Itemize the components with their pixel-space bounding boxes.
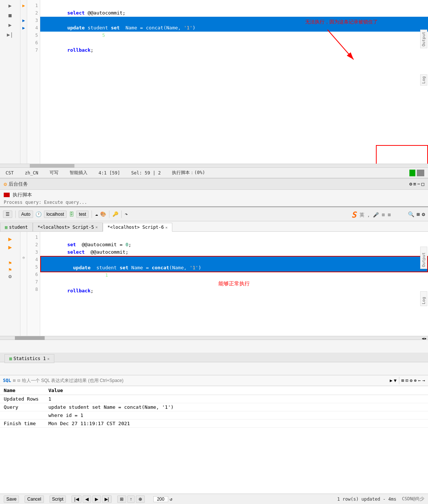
sql-sep xyxy=(399,377,399,384)
logo-toolbar: S 英 , 🎤 ⊞ ⊠ xyxy=(351,210,391,219)
top-editor-hscroll[interactable] xyxy=(0,164,428,167)
run-icon[interactable]: ▶ xyxy=(6,2,14,9)
tab-student-label: student xyxy=(9,225,28,230)
script6-hscroll[interactable]: ◀ ▶ xyxy=(0,336,428,340)
toolbar-file-btn[interactable]: ☰ xyxy=(3,211,12,218)
row4-value: Mon Dec 27 11:19:17 CST 2021 xyxy=(45,420,428,428)
localhost-btn[interactable]: localhost xyxy=(44,211,67,218)
minimize-icon[interactable]: − xyxy=(417,181,420,187)
menu-icon[interactable]: ≡ xyxy=(413,181,416,187)
bottom-status-bar: Save Cancel Script |◀ ◀ ▶ ▶| ⊞ ↑ ⊕ ↺ 200… xyxy=(0,494,428,504)
grid-icon[interactable]: ⊞ xyxy=(416,211,419,217)
cancel-btn[interactable]: Cancel xyxy=(25,495,44,503)
annotation-arrow xyxy=(298,22,372,67)
stats-tab-row: ▦ Statistics 1 ✕ xyxy=(0,353,428,362)
run-current-icon[interactable]: ▶ xyxy=(6,21,14,29)
table-row: Updated Rows 1 xyxy=(0,395,428,403)
sql-icon-1[interactable]: ⊞ xyxy=(402,378,404,383)
sql-icon-2[interactable]: ⊡ xyxy=(406,378,408,383)
script6-sidebar: ▶ ▶ ⚑ ⚑ ⚙ xyxy=(0,232,20,336)
sql-dropdown-btn[interactable]: ▼ xyxy=(394,378,396,383)
toolbar-icon-eng: 英 xyxy=(360,212,364,218)
status-smart-insert: 智能插入 xyxy=(68,170,89,176)
tab-script5[interactable]: *<localhost> Script-5 ✕ xyxy=(33,222,103,231)
execute-script-row: 执行脚本 xyxy=(4,192,424,198)
code-editor-top[interactable]: select @@autocommit; update student set … xyxy=(40,0,428,164)
save-btn[interactable]: Save xyxy=(4,495,19,503)
run-arrow-1[interactable]: ▶ xyxy=(8,235,12,243)
script-btn[interactable]: Script xyxy=(49,495,66,503)
cloud-icon: ☁ xyxy=(95,211,98,217)
nav-next[interactable]: ▶ xyxy=(92,495,101,503)
panel-header: ⚙ 后台任务 ⚙ ≡ − □ xyxy=(0,179,428,190)
run-arrow-2[interactable]: ▶ xyxy=(8,244,12,251)
maximize-icon[interactable]: □ xyxy=(421,181,424,187)
statistics-tab[interactable]: ▦ Statistics 1 ✕ xyxy=(4,354,54,363)
sql-filter-icon[interactable]: ⊟ xyxy=(17,378,20,383)
col-name-header: Name xyxy=(0,386,45,395)
zoom-input[interactable] xyxy=(153,496,168,502)
auto-btn[interactable]: Auto xyxy=(19,211,33,218)
process-query-text: Process query: Execute query... xyxy=(4,200,424,205)
search-icon[interactable]: 🔍 xyxy=(408,211,414,217)
tab-script6[interactable]: *<localhost> Script-6 ✕ xyxy=(103,223,173,232)
sql-icon-4[interactable]: ⊕ xyxy=(414,378,416,383)
left-sidebar: ▶ ■ ▶ ▶| xyxy=(0,0,20,164)
script6-editor[interactable]: ▶ ▶ ⚑ ⚑ ⚙ ⊖ 1 2 3 4 5 6 7 8 set @@ xyxy=(0,232,428,336)
tab-script5-close[interactable]: ✕ xyxy=(96,225,98,229)
stop-icon[interactable]: ■ xyxy=(6,12,14,19)
status-bar-top: CST zh_CN 可写 智能插入 4:1 [59] Sel: 59 | 2 执… xyxy=(0,167,428,178)
extra-btn2[interactable]: ↑ xyxy=(127,495,135,503)
editor-tabs: ▦ student *<localhost> Script-5 ✕ *<loca… xyxy=(0,221,428,232)
collapse-indicator: ⊖ xyxy=(22,254,25,261)
settings-icon-editor[interactable]: ⚙ xyxy=(9,273,12,279)
tab-script6-close[interactable]: ✕ xyxy=(165,225,167,229)
bookmark-icon-2[interactable]: ⚑ xyxy=(9,267,12,273)
zoom-refresh-icon[interactable]: ↺ xyxy=(170,497,172,502)
rows-updated-text: 1 row(s) updated - 4ms xyxy=(337,497,396,502)
status-selection: Sel: 59 | 2 xyxy=(130,170,163,176)
nav-buttons: |◀ ◀ ▶ ▶| xyxy=(71,495,111,503)
annotation-area: 无法执行，因为这条记录被锁住了 xyxy=(305,19,398,25)
sql-run-btn[interactable]: ▶ xyxy=(390,378,392,383)
nav-last[interactable]: ▶| xyxy=(102,495,112,503)
sql-expand-icon[interactable]: ⊞ xyxy=(13,378,16,383)
extra-btn1[interactable]: ⊞ xyxy=(117,495,126,503)
sql-icon-3[interactable]: ⚙ xyxy=(410,378,412,383)
sql-icon-6[interactable]: → xyxy=(422,378,425,383)
stats-content: ▦ Statistics 1 ✕ xyxy=(0,353,428,362)
toolbar-icon-comma: , xyxy=(367,212,370,218)
sep1 xyxy=(15,211,16,218)
status-cst: CST xyxy=(4,170,16,176)
panel-title: 后台任务 xyxy=(9,181,28,187)
step-icon[interactable]: ▶| xyxy=(6,31,14,38)
script6-code[interactable]: set @@autocommit = 0; select @@autocommi… xyxy=(40,232,428,336)
key-icon: 🔑 xyxy=(112,211,118,217)
nav-first[interactable]: |◀ xyxy=(71,495,81,503)
test-btn[interactable]: test xyxy=(76,211,89,218)
tab-student[interactable]: ▦ student xyxy=(0,222,33,231)
table-row: where id = 1 xyxy=(0,411,428,420)
results-table: Name Value Updated Rows 1 Query update s… xyxy=(0,386,428,428)
stats-tab-close[interactable]: ✕ xyxy=(47,357,49,361)
status-green-indicator xyxy=(409,170,415,176)
settings-icon-right[interactable]: ⚙ xyxy=(422,211,425,217)
nav-prev[interactable]: ◀ xyxy=(83,495,91,503)
tab-student-icon: ▦ xyxy=(5,225,7,230)
row3-name xyxy=(0,411,45,420)
settings-icon[interactable]: ⚙ xyxy=(409,181,412,187)
clock-icon: 🕐 xyxy=(35,211,42,217)
sql-filter-input[interactable] xyxy=(22,378,388,383)
bookmark-icon[interactable]: ⚑ xyxy=(9,260,12,266)
extra-btn3[interactable]: ⊕ xyxy=(136,495,145,503)
output-label-bottom: Output xyxy=(420,247,427,269)
code-gutter: ▶ ▶ ▶ xyxy=(20,0,27,164)
code-line-1: select @@autocommit; xyxy=(44,2,424,9)
extra-nav: ⊞ ↑ ⊕ xyxy=(117,495,145,503)
panel-content: 执行脚本 Process query: Execute query... xyxy=(0,190,428,207)
sql-icon-5[interactable]: ← xyxy=(418,378,421,383)
status-icon xyxy=(417,170,424,176)
bottom-sql-window: ☰ Auto 🕐 localhost 🗄 test ☁ 🎨 🔑 ↷ S 英 , … xyxy=(0,206,428,504)
row2-value: update student set Name = concat(Name, '… xyxy=(45,403,428,411)
s6-line-1: set @@autocommit = 0; xyxy=(44,234,424,241)
